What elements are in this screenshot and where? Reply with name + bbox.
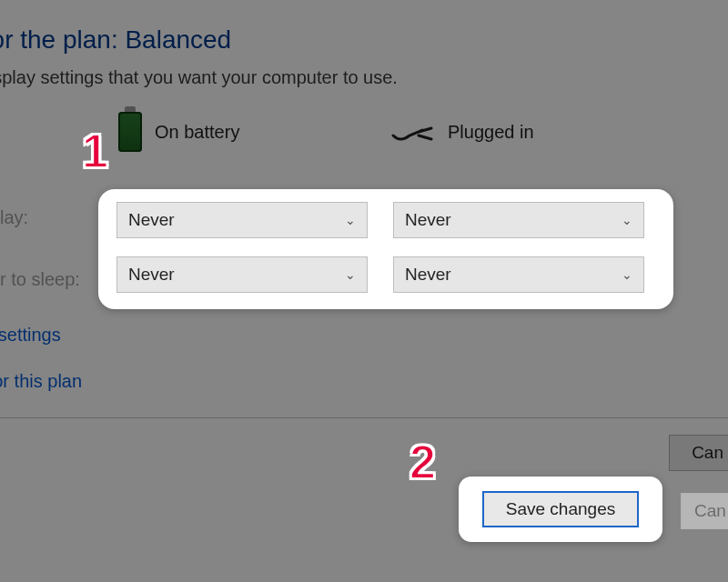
cancel-button[interactable]: Can — [669, 435, 728, 471]
sleep-plugged-dropdown[interactable]: Never ⌄ — [393, 256, 644, 293]
display-battery-dropdown[interactable]: Never ⌄ — [116, 202, 368, 238]
column-headers: On battery Plugged in — [0, 112, 728, 152]
highlight-dropdowns: Never ⌄ Never ⌄ Never ⌄ Never ⌄ — [98, 189, 673, 309]
highlight-save: Save changes — [459, 477, 662, 542]
plug-icon — [391, 123, 435, 141]
save-label: Save changes — [506, 499, 615, 519]
col-on-battery: On battery — [118, 112, 391, 152]
chevron-down-icon: ⌄ — [345, 213, 356, 227]
col-plugged-in: Plugged in — [391, 122, 664, 143]
sleep-battery-value: Never — [128, 265, 175, 285]
page-subtitle: d display settings that you want your co… — [0, 67, 728, 88]
sleep-battery-dropdown[interactable]: Never ⌄ — [116, 256, 368, 293]
chevron-down-icon: ⌄ — [622, 267, 632, 282]
battery-icon — [118, 112, 142, 152]
display-plugged-value: Never — [405, 210, 451, 230]
dialog-buttons: Can — [0, 435, 728, 471]
separator — [0, 417, 728, 418]
row-sleep: Never ⌄ Never ⌄ — [116, 256, 657, 293]
link-advanced-power-settings[interactable]: wer settings — [0, 325, 728, 346]
save-changes-button[interactable]: Save changes — [482, 491, 639, 527]
page-title: s for the plan: Balanced — [0, 25, 728, 55]
link-restore-defaults[interactable]: gs for this plan — [0, 371, 728, 392]
row-display: Never ⌄ Never ⌄ — [116, 202, 657, 238]
display-plugged-dropdown[interactable]: Never ⌄ — [393, 202, 644, 238]
col-battery-label: On battery — [155, 122, 239, 143]
cancel-button-peek[interactable]: Can — [681, 493, 728, 529]
row-label-sleep: r to sleep: — [0, 269, 80, 290]
cancel-label: Can — [692, 443, 723, 463]
row-label-display: lay: — [0, 207, 28, 228]
callout-1: 1 — [82, 124, 108, 178]
chevron-down-icon: ⌄ — [345, 267, 356, 282]
sleep-plugged-value: Never — [405, 265, 451, 285]
callout-2: 2 — [410, 435, 436, 489]
display-battery-value: Never — [128, 210, 175, 230]
col-plugged-label: Plugged in — [448, 122, 534, 143]
links-area: wer settings gs for this plan — [0, 325, 728, 392]
chevron-down-icon: ⌄ — [622, 213, 632, 227]
